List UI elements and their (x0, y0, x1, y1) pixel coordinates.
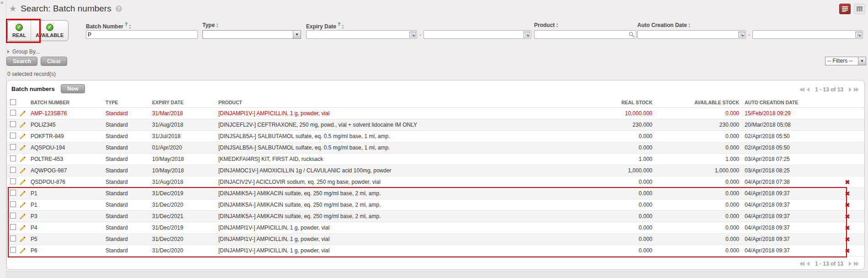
row-checkbox[interactable] (10, 190, 16, 196)
calendar-icon[interactable] (522, 31, 531, 38)
cell-available-stock: 0.000 (652, 179, 739, 185)
edit-pencil-icon[interactable] (20, 179, 31, 185)
cell-batch-number[interactable]: P4 (31, 225, 106, 231)
next-page-icon[interactable] (849, 87, 852, 92)
cell-batch-number[interactable]: AQWPOG-987 (31, 167, 106, 174)
edit-pencil-icon[interactable] (20, 236, 31, 242)
row-checkbox[interactable] (10, 235, 16, 241)
prev-page-icon[interactable] (807, 262, 810, 266)
row-checkbox[interactable] (10, 144, 16, 150)
edit-pencil-icon[interactable] (20, 202, 31, 208)
edit-pencil-icon[interactable] (20, 133, 31, 139)
expiry-date-to-input[interactable] (424, 31, 522, 38)
delete-icon[interactable]: ✖ (845, 236, 850, 243)
favorite-star-icon[interactable]: ★ (9, 5, 16, 13)
auto-creation-from-input[interactable] (638, 31, 737, 38)
cell-batch-number[interactable]: P3 (31, 213, 106, 219)
tab-available[interactable]: ✓ AVAILABLE (31, 21, 68, 41)
table-row[interactable]: P1 Standard 31/Dec/2019 [DINJAMIK5A-] AM… (7, 188, 864, 199)
type-select[interactable]: ▼ (202, 30, 301, 39)
delete-icon[interactable]: ✖ (845, 202, 850, 208)
group-by-toggle[interactable]: Group By... (7, 48, 40, 55)
table-row[interactable]: P1 Standard 31/Dec/2020 [DINJAMIK5A-] AM… (7, 199, 864, 211)
delete-icon[interactable]: ✖ (845, 213, 850, 220)
col-batch-number[interactable]: BATCH NUMBER (31, 100, 106, 105)
calendar-icon[interactable] (737, 31, 746, 38)
edit-pencil-icon[interactable] (20, 110, 31, 117)
cell-batch-number[interactable]: POLIZ345 (31, 122, 106, 128)
cell-batch-number[interactable]: POKFTR-849 (31, 133, 106, 139)
cell-batch-number[interactable]: P1 (31, 202, 106, 208)
calendar-icon[interactable] (854, 31, 863, 38)
first-page-icon[interactable] (799, 262, 804, 266)
row-checkbox[interactable] (10, 110, 16, 116)
cell-batch-number[interactable]: P5 (31, 236, 106, 242)
row-checkbox[interactable] (10, 178, 16, 184)
row-checkbox[interactable] (10, 133, 16, 139)
delete-icon[interactable]: ✖ (845, 225, 850, 231)
edit-pencil-icon[interactable] (20, 213, 31, 219)
col-auto-creation-date[interactable]: AUTO CREATION DATE (739, 100, 831, 105)
table-row[interactable]: P6 Standard 31/Dec/2020 [DINJAMPI1V-] AM… (7, 245, 864, 257)
edit-pencil-icon[interactable] (20, 144, 31, 151)
search-lookup-icon[interactable] (627, 31, 636, 38)
calendar-icon[interactable] (408, 31, 417, 38)
next-page-icon[interactable] (849, 262, 852, 266)
filters-dropdown[interactable]: -- Filters -- ▼ (825, 57, 866, 65)
product-input[interactable] (535, 31, 627, 38)
table-row[interactable]: P5 Standard 31/Dec/2020 [DINJAMPI1V-] AM… (7, 234, 864, 245)
cell-batch-number[interactable]: QSDPOU-876 (31, 179, 106, 185)
tab-real[interactable]: ✓ REAL (8, 21, 31, 41)
edit-pencil-icon[interactable] (20, 190, 31, 197)
edit-pencil-icon[interactable] (20, 167, 31, 174)
edit-pencil-icon[interactable] (20, 247, 31, 254)
select-all-checkbox[interactable] (10, 99, 16, 105)
table-row[interactable]: QSDPOU-876 Standard 31/Aug/2018 [DINJACI… (7, 176, 864, 188)
edit-pencil-icon[interactable] (20, 225, 31, 231)
new-button[interactable]: New (61, 84, 85, 93)
table-row[interactable]: P4 Standard 31/Dec/2019 [DINJAMPI1V-] AM… (7, 222, 864, 234)
col-product[interactable]: PRODUCT (218, 100, 570, 105)
cell-batch-number[interactable]: AMP-123SB76 (31, 110, 106, 117)
list-view-icon[interactable] (839, 4, 851, 14)
table-row[interactable]: AMP-123SB76 Standard 31/Mar/2018 [DINJAM… (7, 108, 864, 119)
col-available-stock[interactable]: AVAILABLE STOCK (652, 100, 739, 105)
row-checkbox[interactable] (10, 224, 16, 230)
col-type[interactable]: TYPE (106, 100, 152, 105)
table-row[interactable]: POKFTR-849 Standard 31/Jul/2018 [DINJSAL… (7, 131, 864, 142)
cell-batch-number[interactable]: AQSPOU-194 (31, 144, 106, 151)
title-help-icon[interactable]: ? (116, 5, 122, 12)
row-checkbox[interactable] (10, 247, 16, 253)
edit-pencil-icon[interactable] (20, 122, 31, 128)
expand-sidebar-icon[interactable]: » (0, 0, 6, 5)
last-page-icon[interactable] (854, 262, 859, 266)
cell-batch-number[interactable]: POLTRE-453 (31, 156, 106, 162)
col-expiry-date[interactable]: EXPIRY DATE (152, 100, 218, 105)
table-row[interactable]: POLTRE-453 Standard 10/May/2018 [KMEDKFA… (7, 154, 864, 165)
last-page-icon[interactable] (854, 87, 859, 92)
table-row[interactable]: AQWPOG-987 Standard 10/May/2018 [DINJAMO… (7, 165, 864, 176)
expiry-date-from-input[interactable] (307, 31, 408, 38)
table-row[interactable]: POLIZ345 Standard 31/Aug/2018 [DINJCEFL2… (7, 119, 864, 131)
search-button[interactable]: Search (6, 57, 37, 66)
row-checkbox[interactable] (10, 201, 16, 207)
delete-icon[interactable]: ✖ (845, 179, 850, 186)
form-view-icon[interactable] (854, 4, 865, 14)
prev-page-icon[interactable] (807, 87, 810, 92)
delete-icon[interactable]: ✖ (845, 247, 850, 254)
row-checkbox[interactable] (10, 121, 16, 127)
auto-creation-to-input[interactable] (753, 31, 854, 38)
row-checkbox[interactable] (10, 213, 16, 219)
delete-icon[interactable]: ✖ (845, 190, 850, 197)
batch-number-input[interactable] (86, 31, 197, 38)
row-checkbox[interactable] (10, 167, 16, 173)
clear-button[interactable]: Clear (41, 57, 67, 66)
cell-batch-number[interactable]: P1 (31, 190, 106, 197)
col-real-stock[interactable]: REAL STOCK (570, 100, 652, 105)
cell-batch-number[interactable]: P6 (31, 247, 106, 254)
row-checkbox[interactable] (10, 155, 16, 161)
edit-pencil-icon[interactable] (20, 156, 31, 162)
first-page-icon[interactable] (799, 87, 804, 92)
table-row[interactable]: P3 Standard 31/Dec/2021 [DINJAMIK5A-] AM… (7, 211, 864, 222)
table-row[interactable]: AQSPOU-194 Standard 01/Apr/2020 [DINJSAL… (7, 142, 864, 154)
